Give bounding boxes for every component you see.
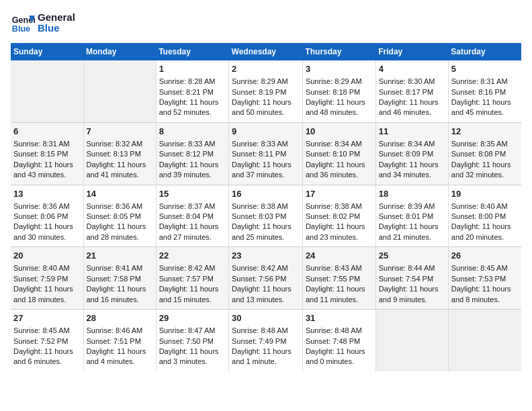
calendar-cell: 21Sunrise: 8:41 AMSunset: 7:58 PMDayligh… [83,247,156,310]
day-info: Sunset: 8:10 PM [306,149,373,159]
calendar-cell: 22Sunrise: 8:42 AMSunset: 7:57 PMDayligh… [156,247,228,310]
day-number: 13 [13,188,81,200]
day-number: 26 [451,250,519,262]
day-number: 18 [379,188,445,200]
day-number: 29 [159,312,226,324]
day-info: Sunrise: 8:30 AM [379,77,445,87]
weekday-header-wednesday: Wednesday [229,43,303,60]
calendar-cell: 24Sunrise: 8:43 AMSunset: 7:55 PMDayligh… [302,247,375,310]
day-number: 25 [379,250,445,262]
day-info: Sunrise: 8:47 AM [159,326,226,336]
day-info: Sunset: 7:58 PM [87,274,153,284]
day-info: Sunset: 8:04 PM [159,212,226,222]
day-info: Daylight: 11 hours and 15 minutes. [159,284,226,305]
day-info: Sunset: 7:51 PM [87,336,153,347]
day-number: 20 [13,250,81,262]
day-number: 15 [159,188,226,200]
day-info: Daylight: 11 hours and 11 minutes. [306,284,373,305]
calendar-cell [375,310,448,371]
day-info: Sunset: 8:15 PM [13,149,81,159]
weekday-header-friday: Friday [375,43,448,60]
logo-icon: General Blue [11,11,35,35]
day-info: Sunset: 8:19 PM [232,87,300,97]
calendar-cell: 19Sunrise: 8:40 AMSunset: 8:00 PMDayligh… [448,185,521,247]
day-info: Sunset: 8:13 PM [87,149,153,159]
day-info: Sunrise: 8:38 AM [232,201,300,212]
calendar-cell: 7Sunrise: 8:32 AMSunset: 8:13 PMDaylight… [83,122,156,185]
day-info: Sunset: 8:18 PM [306,87,373,97]
day-info: Sunset: 7:49 PM [232,336,300,347]
day-info: Daylight: 11 hours and 34 minutes. [379,160,445,181]
day-number: 9 [232,126,300,138]
calendar-cell: 8Sunrise: 8:33 AMSunset: 8:12 PMDaylight… [156,122,228,185]
calendar-body: 1Sunrise: 8:28 AMSunset: 8:21 PMDaylight… [11,60,521,371]
day-info: Sunset: 7:50 PM [159,336,226,347]
calendar-cell: 6Sunrise: 8:31 AMSunset: 8:15 PMDaylight… [11,122,83,185]
day-info: Sunrise: 8:35 AM [451,139,519,149]
weekday-header-thursday: Thursday [302,43,375,60]
day-info: Daylight: 11 hours and 48 minutes. [306,97,373,118]
svg-text:Blue: Blue [12,24,30,34]
day-info: Daylight: 11 hours and 39 minutes. [159,160,226,181]
calendar-cell: 30Sunrise: 8:48 AMSunset: 7:49 PMDayligh… [229,310,303,371]
calendar-cell: 16Sunrise: 8:38 AMSunset: 8:03 PMDayligh… [229,185,303,247]
day-info: Sunset: 7:54 PM [379,274,445,284]
day-info: Sunrise: 8:29 AM [232,77,300,87]
calendar-cell: 26Sunrise: 8:45 AMSunset: 7:53 PMDayligh… [448,247,521,310]
weekday-header-monday: Monday [83,43,156,60]
calendar-week-3: 13Sunrise: 8:36 AMSunset: 8:06 PMDayligh… [11,185,521,247]
day-info: Sunrise: 8:40 AM [451,201,519,212]
day-info: Sunrise: 8:38 AM [306,201,373,212]
calendar-cell: 2Sunrise: 8:29 AMSunset: 8:19 PMDaylight… [229,60,303,122]
day-info: Sunrise: 8:42 AM [232,263,300,273]
day-info: Daylight: 11 hours and 32 minutes. [451,160,519,181]
day-info: Sunrise: 8:43 AM [306,263,373,273]
day-info: Sunrise: 8:33 AM [232,139,300,149]
day-info: Daylight: 11 hours and 0 minutes. [306,347,373,367]
day-info: Sunset: 7:56 PM [232,274,300,284]
calendar-cell: 29Sunrise: 8:47 AMSunset: 7:50 PMDayligh… [156,310,228,371]
day-info: Sunset: 7:59 PM [13,274,81,284]
calendar-week-4: 20Sunrise: 8:40 AMSunset: 7:59 PMDayligh… [11,247,521,310]
calendar-cell [83,60,156,122]
day-info: Daylight: 11 hours and 36 minutes. [306,160,373,181]
day-info: Sunrise: 8:48 AM [306,326,373,336]
day-info: Sunrise: 8:45 AM [451,263,519,273]
calendar-week-5: 27Sunrise: 8:45 AMSunset: 7:52 PMDayligh… [11,310,521,371]
day-info: Daylight: 11 hours and 20 minutes. [451,222,519,242]
logo: General Blue General Blue [11,11,75,35]
day-info: Sunset: 7:57 PM [159,274,226,284]
day-info: Daylight: 11 hours and 1 minute. [232,347,300,367]
day-info: Sunrise: 8:41 AM [87,263,153,273]
calendar-cell: 5Sunrise: 8:31 AMSunset: 8:16 PMDaylight… [448,60,521,122]
day-info: Daylight: 11 hours and 30 minutes. [13,222,81,242]
calendar-week-2: 6Sunrise: 8:31 AMSunset: 8:15 PMDaylight… [11,122,521,185]
day-info: Sunset: 8:09 PM [379,149,445,159]
calendar-cell [448,310,521,371]
calendar-cell: 3Sunrise: 8:29 AMSunset: 8:18 PMDaylight… [302,60,375,122]
day-number: 10 [306,126,373,138]
day-info: Sunset: 8:11 PM [232,149,300,159]
day-number: 12 [451,126,519,138]
day-info: Daylight: 11 hours and 37 minutes. [232,160,300,181]
day-info: Sunrise: 8:36 AM [87,201,153,212]
calendar-cell [11,60,83,122]
day-number: 2 [232,63,300,75]
day-info: Sunrise: 8:34 AM [379,139,445,149]
day-number: 19 [451,188,519,200]
day-info: Sunset: 7:53 PM [451,274,519,284]
day-info: Daylight: 11 hours and 8 minutes. [451,284,519,305]
day-number: 23 [232,250,300,262]
day-info: Sunset: 8:03 PM [232,212,300,222]
day-info: Daylight: 11 hours and 46 minutes. [379,97,445,118]
day-info: Sunset: 8:00 PM [451,212,519,222]
day-info: Daylight: 11 hours and 13 minutes. [232,284,300,305]
day-number: 22 [159,250,226,262]
day-number: 1 [159,63,226,75]
day-info: Sunrise: 8:44 AM [379,263,445,273]
calendar-cell: 15Sunrise: 8:37 AMSunset: 8:04 PMDayligh… [156,185,228,247]
calendar-week-1: 1Sunrise: 8:28 AMSunset: 8:21 PMDaylight… [11,60,521,122]
day-info: Daylight: 11 hours and 21 minutes. [379,222,445,242]
calendar-cell: 13Sunrise: 8:36 AMSunset: 8:06 PMDayligh… [11,185,83,247]
weekday-header-sunday: Sunday [11,43,83,60]
